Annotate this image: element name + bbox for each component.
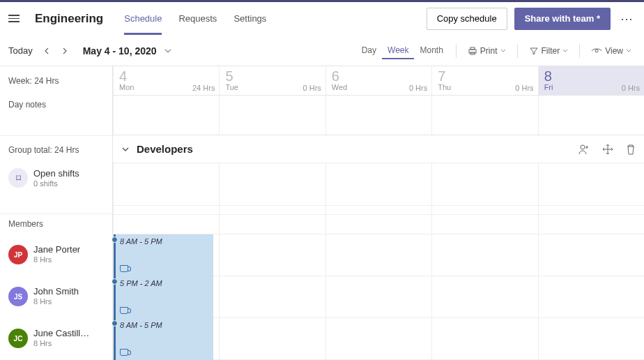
print-button[interactable]: Print [463, 43, 510, 59]
shift-cell[interactable] [431, 234, 537, 276]
shift-badge-icon [112, 278, 118, 285]
eye-icon [591, 46, 602, 56]
cell[interactable] [325, 163, 431, 205]
break-icon [120, 349, 128, 356]
date-range-dropdown-icon[interactable] [161, 44, 175, 58]
filter-icon [529, 46, 539, 56]
day-column-tue[interactable]: 5Tue0 Hrs [219, 66, 325, 95]
tab-requests[interactable]: Requests [178, 2, 217, 35]
open-shifts-row[interactable]: ⌑ Open shifts 0 shifts [0, 164, 112, 206]
day-column-fri[interactable]: 8Fri0 Hrs [538, 66, 644, 95]
svg-rect-1 [470, 47, 475, 50]
group-header: Developers [113, 135, 644, 163]
day-hours: 0 Hrs [515, 84, 533, 92]
view-options-button[interactable]: View [587, 43, 636, 59]
shift-cell[interactable] [325, 318, 431, 360]
cell[interactable] [219, 206, 325, 214]
copy-schedule-button[interactable]: Copy schedule [427, 8, 507, 30]
add-person-icon[interactable] [578, 144, 590, 155]
day-notes-row [113, 96, 644, 136]
day-column-mon[interactable]: 4Mon24 Hrs [113, 66, 219, 95]
shift-cell[interactable] [219, 318, 325, 360]
cell[interactable] [431, 163, 537, 205]
shift-cell[interactable] [538, 276, 644, 318]
shift-cell[interactable] [538, 318, 644, 360]
week-hours-label: Week: 24 Hrs [0, 66, 112, 96]
print-icon [468, 46, 477, 56]
cell[interactable] [219, 96, 325, 135]
day-column-wed[interactable]: 6Wed0 Hrs [325, 66, 431, 95]
filter-button[interactable]: Filter [525, 43, 573, 59]
member-name: Jane Porter [33, 244, 80, 255]
hamburger-icon[interactable] [8, 12, 22, 26]
day-hours: 0 Hrs [409, 84, 427, 92]
svg-point-3 [595, 50, 598, 52]
tab-schedule[interactable]: Schedule [124, 2, 162, 35]
cell[interactable] [538, 206, 644, 214]
cell[interactable] [538, 163, 644, 205]
members-header-grid-row [113, 215, 644, 234]
group-total-label: Group total: 24 Hrs [0, 136, 112, 164]
svg-point-4 [581, 145, 585, 149]
shift-block[interactable]: 5 PM - 2 AM [114, 276, 213, 318]
cell[interactable] [219, 163, 325, 205]
chevron-down-icon [562, 48, 568, 54]
member-row[interactable]: JSJohn Smith8 Hrs [0, 276, 112, 317]
view-month[interactable]: Month [414, 43, 448, 59]
cell[interactable] [431, 96, 537, 135]
shift-cell[interactable] [431, 318, 537, 360]
next-week-button[interactable] [58, 44, 72, 58]
break-icon [120, 265, 128, 272]
move-icon[interactable] [602, 144, 613, 155]
member-row[interactable]: JPJane Porter8 Hrs [0, 234, 112, 276]
shift-cell[interactable] [325, 234, 431, 276]
cell[interactable] [325, 96, 431, 135]
member-hours: 8 Hrs [33, 255, 80, 265]
cell[interactable] [325, 206, 431, 214]
day-hours: 24 Hrs [192, 84, 215, 92]
chevron-down-icon[interactable] [121, 145, 130, 153]
group-name: Developers [137, 143, 193, 155]
day-column-thu[interactable]: 7Thu0 Hrs [431, 66, 537, 95]
tab-settings[interactable]: Settings [233, 2, 266, 35]
cell[interactable] [113, 206, 219, 214]
prev-week-button[interactable] [40, 44, 54, 58]
shift-block[interactable]: 8 AM - 5 PM [114, 318, 213, 360]
view-week[interactable]: Week [382, 43, 414, 59]
shift-cell[interactable] [431, 276, 537, 318]
day-number: 8 [544, 69, 638, 83]
delete-icon[interactable] [626, 144, 636, 155]
share-with-team-button[interactable]: Share with team * [514, 8, 611, 30]
shift-cell[interactable] [219, 276, 325, 318]
avatar: JC [8, 329, 28, 348]
cell[interactable] [113, 96, 219, 135]
shift-block[interactable]: 8 AM - 5 PM [114, 234, 213, 276]
member-hours: 8 Hrs [33, 339, 89, 349]
shift-row: 8 AM - 5 PM [113, 234, 644, 276]
shift-cell[interactable] [219, 234, 325, 276]
shift-cell[interactable]: 8 AM - 5 PM [113, 234, 219, 276]
cell[interactable] [538, 96, 644, 135]
spacer-row [113, 206, 644, 215]
today-button[interactable]: Today [8, 45, 33, 56]
day-hours: 0 Hrs [303, 84, 321, 92]
break-icon [120, 307, 128, 314]
avatar: JP [8, 245, 28, 264]
day-number: 5 [225, 69, 319, 83]
shift-cell[interactable]: 8 AM - 5 PM [113, 318, 219, 360]
shift-cell[interactable] [325, 276, 431, 318]
member-row[interactable]: JCJune Castill…8 Hrs [0, 317, 112, 359]
divider [517, 44, 518, 58]
open-shifts-grid-row [113, 163, 644, 206]
day-hours: 0 Hrs [622, 84, 640, 92]
member-hours: 8 Hrs [33, 297, 79, 307]
date-range[interactable]: May 4 - 10, 2020 [83, 45, 157, 57]
cell[interactable] [113, 163, 219, 205]
shift-cell[interactable] [538, 234, 644, 276]
more-icon[interactable]: ⋯ [618, 11, 636, 27]
view-day[interactable]: Day [356, 43, 382, 59]
shift-cell[interactable]: 5 PM - 2 AM [113, 276, 219, 318]
cell[interactable] [431, 206, 537, 214]
spacer [0, 206, 112, 214]
avatar: JS [8, 287, 28, 306]
